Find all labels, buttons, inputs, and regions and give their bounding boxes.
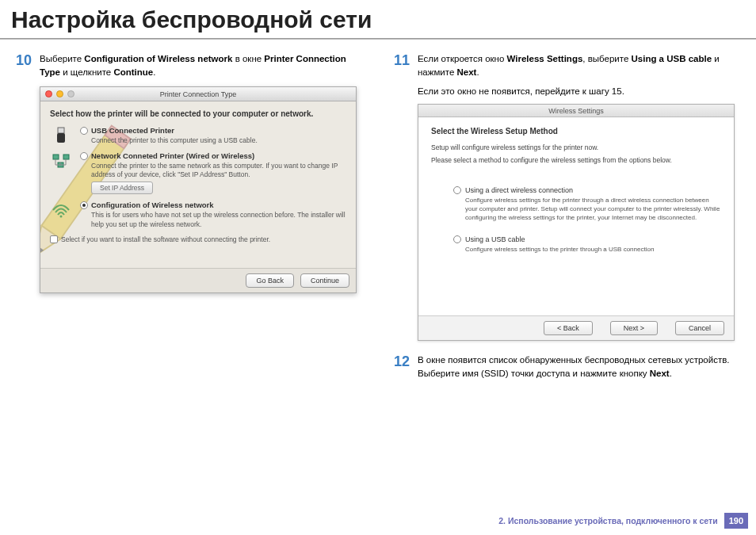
- wireless-settings-dialog: Wireless Settings Select the Wireless Se…: [418, 104, 735, 341]
- b: Wireless Settings: [507, 54, 583, 63]
- step-text: В окне появится список обнаруженных бесп…: [418, 353, 745, 380]
- next-button[interactable]: Next >: [610, 321, 658, 335]
- dialog-title: Printer Connection Type: [40, 90, 356, 98]
- page-title: Настройка беспроводной сети: [0, 0, 756, 38]
- b: Next: [650, 369, 670, 378]
- t: в окне: [232, 54, 264, 63]
- b: Next: [457, 67, 477, 77]
- desc: Configure wireless settings for the prin…: [465, 197, 721, 222]
- label: Select if you want to install the softwa…: [61, 235, 270, 243]
- t: .: [670, 369, 672, 378]
- label: USB Connected Printer: [91, 126, 174, 135]
- checkbox-icon[interactable]: [50, 235, 58, 243]
- step-11: 11 Если откроется окно Wireless Settings…: [389, 52, 745, 78]
- go-back-button[interactable]: Go Back: [246, 273, 294, 288]
- t: Если откроется окно: [418, 54, 507, 63]
- option-wireless-config[interactable]: Configuration of Wireless network This i…: [50, 201, 346, 228]
- label: Using a direct wireless connection: [465, 186, 573, 194]
- step-12: 12 В окне появится список обнаруженных б…: [389, 353, 745, 380]
- t: и щелкните: [60, 67, 113, 77]
- radio-icon[interactable]: [80, 127, 88, 135]
- t: В окне появится список обнаруженных бесп…: [418, 355, 730, 378]
- set-ip-button[interactable]: Set IP Address: [91, 182, 153, 194]
- option-usb[interactable]: USB Connected Printer Connect the printe…: [50, 126, 346, 145]
- dialog-title: Wireless Settings: [418, 105, 734, 117]
- option-usb-cable[interactable]: Using a USB cable Configure wireless set…: [453, 235, 721, 254]
- svg-marker-2: [40, 246, 44, 259]
- svg-rect-7: [63, 155, 69, 159]
- dialog-sub2: Please select a method to configure the …: [431, 156, 721, 164]
- t: Выберите: [40, 54, 84, 63]
- page-number: 190: [724, 513, 748, 529]
- desc: Connect the printer to the same network …: [91, 162, 346, 179]
- b: Continue: [113, 67, 153, 77]
- t: .: [476, 67, 479, 77]
- option-network[interactable]: Network Conneted Printer (Wired or Wirel…: [50, 151, 346, 194]
- t: .: [153, 67, 155, 77]
- radio-icon[interactable]: [453, 186, 461, 194]
- wifi-icon: [50, 201, 72, 220]
- label: Using a USB cable: [465, 235, 525, 243]
- radio-icon[interactable]: [453, 235, 461, 243]
- label: Network Conneted Printer (Wired or Wirel…: [91, 151, 254, 160]
- step-text: Выберите Configuration of Wireless netwo…: [40, 52, 367, 78]
- svg-marker-1: [40, 226, 60, 263]
- install-without-printer-checkbox[interactable]: Select if you want to install the softwa…: [50, 235, 346, 243]
- page-footer: 2. Использование устройства, подключенно…: [498, 513, 748, 529]
- continue-button[interactable]: Continue: [300, 273, 349, 288]
- footer-chapter: 2. Использование устройства, подключенно…: [498, 516, 717, 525]
- desc: Connect the printer to this computer usi…: [91, 136, 346, 145]
- b: Using a USB cable: [631, 54, 712, 63]
- step-number: 11: [389, 52, 410, 78]
- back-button[interactable]: < Back: [544, 321, 593, 335]
- radio-icon[interactable]: [80, 201, 88, 209]
- svg-rect-4: [58, 128, 64, 133]
- svg-rect-6: [53, 155, 59, 159]
- dialog-footer: < Back Next > Cancel: [418, 315, 734, 340]
- title-underline: [0, 38, 756, 40]
- dialog-heading: Select the Wireless Setup Method: [431, 127, 721, 136]
- t: , выберите: [582, 54, 631, 63]
- right-column: 11 Если откроется окно Wireless Settings…: [389, 52, 745, 388]
- usb-icon: [50, 126, 72, 145]
- cancel-button[interactable]: Cancel: [675, 321, 724, 335]
- svg-point-13: [60, 216, 63, 218]
- step-number: 10: [11, 52, 32, 78]
- dialog-footer: Go Back Continue: [40, 268, 356, 292]
- svg-rect-5: [57, 133, 65, 143]
- desc: This is for users who have not set up th…: [91, 211, 346, 228]
- step-number: 12: [389, 353, 410, 380]
- left-column: 10 Выберите Configuration of Wireless ne…: [11, 52, 367, 388]
- step-text: Если откроется окно Wireless Settings, в…: [418, 52, 745, 78]
- option-direct-wireless[interactable]: Using a direct wireless connection Confi…: [453, 186, 721, 222]
- desc: Configure wireless settings to the print…: [465, 246, 721, 254]
- step-10: 10 Выберите Configuration of Wireless ne…: [11, 52, 367, 78]
- network-icon: [50, 151, 72, 170]
- radio-icon[interactable]: [80, 152, 88, 160]
- printer-connection-dialog: Printer Connection Type Select how the p…: [40, 86, 357, 293]
- b: Configuration of Wireless network: [84, 54, 232, 63]
- step-11-sub: Если это окно не появится, перейдите к ш…: [418, 86, 745, 96]
- dialog-titlebar: Printer Connection Type: [40, 87, 356, 101]
- dialog-heading: Select how the printer will be connected…: [50, 109, 346, 118]
- label: Configuration of Wireless network: [91, 201, 214, 209]
- dialog-sub1: Setup will configure wireless settings f…: [431, 143, 721, 151]
